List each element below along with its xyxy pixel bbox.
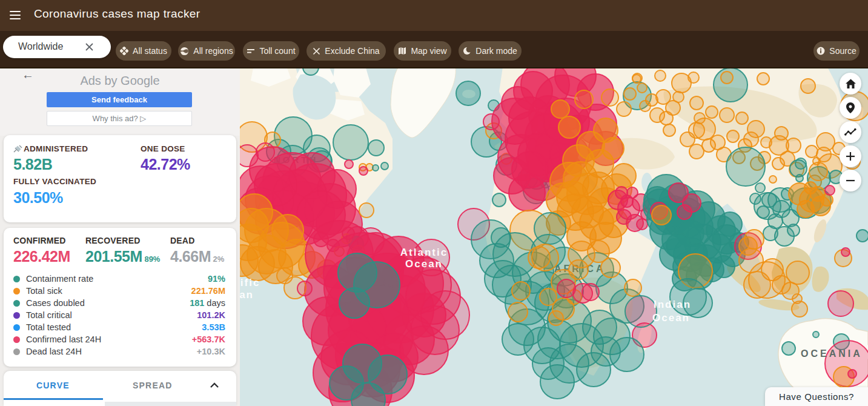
svg-text:Pacific: Pacific: [240, 277, 260, 288]
svg-text:Ocean: Ocean: [240, 289, 254, 301]
svg-text:Indian: Indian: [654, 299, 691, 310]
svg-text:Ocean: Ocean: [405, 258, 443, 270]
svg-text:OCEANIA: OCEANIA: [801, 348, 863, 359]
svg-text:Atlantic: Atlantic: [400, 247, 448, 258]
svg-text:Ocean: Ocean: [652, 312, 690, 324]
